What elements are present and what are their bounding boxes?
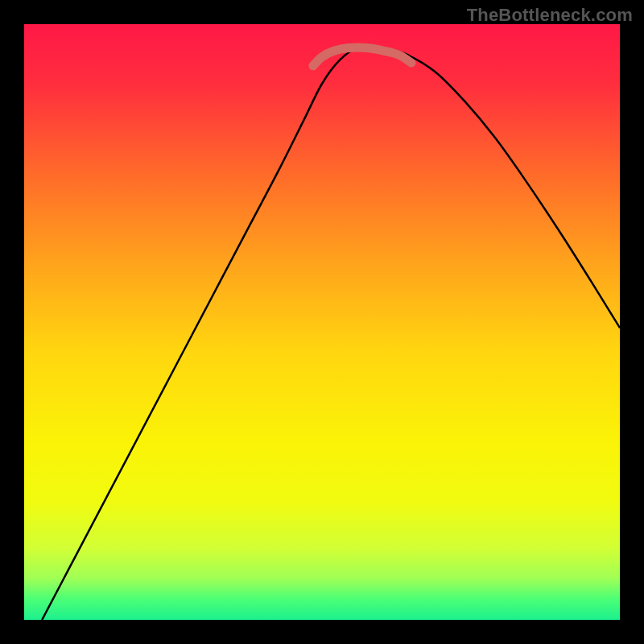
chart-frame: TheBottleneck.com bbox=[0, 0, 644, 644]
watermark-text: TheBottleneck.com bbox=[467, 5, 633, 26]
chart-svg bbox=[24, 24, 620, 620]
plot-area bbox=[24, 24, 620, 620]
gradient-background bbox=[24, 24, 620, 620]
